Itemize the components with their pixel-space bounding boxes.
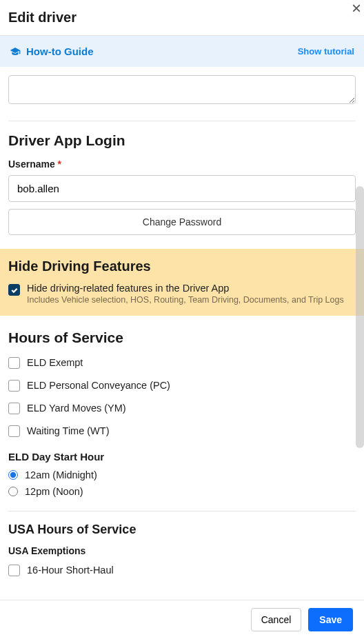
eld-pc-row: ELD Personal Conveyance (PC) [8,378,356,392]
short-haul-checkbox[interactable] [8,565,20,576]
username-label-text: Username [8,159,55,170]
radio-12am[interactable] [8,470,18,480]
eld-exempt-label: ELD Exempt [27,357,83,368]
hide-features-row: Hide driving-related features in the Dri… [8,283,356,305]
close-icon[interactable]: × [352,0,361,17]
show-tutorial-link[interactable]: Show tutorial [298,46,354,57]
short-haul-label: 16-Hour Short-Haul [27,565,114,576]
radio-12am-label: 12am (Midnight) [25,469,97,480]
hide-features-label: Hide driving-related features in the Dri… [27,283,344,294]
eld-ym-checkbox[interactable] [8,403,20,414]
eld-pc-label: ELD Personal Conveyance (PC) [27,380,170,391]
divider [8,511,356,511]
notes-textarea[interactable] [8,75,356,104]
hos-options-list: ELD Exempt ELD Personal Conveyance (PC) … [8,356,356,437]
short-haul-row: 16-Hour Short-Haul [8,563,356,576]
divider [8,121,356,121]
hos-section-title: Hours of Service [8,329,356,346]
banner-title: How-to Guide [26,45,94,57]
scrollbar-thumb[interactable] [356,186,364,448]
modal-header: Edit driver × [0,0,364,36]
hide-features-block: Hide Driving Features Hide driving-relat… [0,249,364,316]
form-content: Driver App Login Username * Change Passw… [0,67,364,627]
username-label: Username * [8,159,356,170]
radio-12pm-label: 12pm (Noon) [25,486,83,497]
banner-left: How-to Guide [10,45,94,57]
eld-ym-row: ELD Yard Moves (YM) [8,401,356,414]
hide-features-sublabel: Includes Vehicle selection, HOS, Routing… [27,295,344,305]
usa-options-list: 16-Hour Short-Haul [8,563,356,576]
hide-features-checkbox[interactable] [8,284,20,296]
usa-exemptions-label: USA Exemptions [8,545,356,556]
usa-section-title: USA Hours of Service [8,523,356,537]
eld-exempt-checkbox[interactable] [8,357,20,369]
modal-footer: Cancel Save [0,600,364,639]
eld-exempt-row: ELD Exempt [8,356,356,369]
change-password-button[interactable]: Change Password [8,209,356,235]
hide-features-body: Hide driving-related features in the Dri… [27,283,344,305]
cancel-button[interactable]: Cancel [251,608,302,631]
day-start-radio-list: 12am (Midnight) 12pm (Noon) [8,469,356,497]
graduation-cap-icon [10,46,21,57]
day-start-heading: ELD Day Start Hour [8,451,356,463]
radio-12am-row: 12am (Midnight) [8,469,356,480]
page-title: Edit driver [8,10,356,26]
eld-ym-label: ELD Yard Moves (YM) [27,403,126,414]
waiting-time-checkbox[interactable] [8,425,20,437]
eld-pc-checkbox[interactable] [8,380,20,392]
waiting-time-label: Waiting Time (WT) [27,425,110,436]
save-button[interactable]: Save [308,608,353,631]
login-section-title: Driver App Login [8,132,356,149]
username-input[interactable] [8,175,356,202]
waiting-time-row: Waiting Time (WT) [8,424,356,437]
radio-12pm[interactable] [8,487,18,496]
how-to-banner: How-to Guide Show tutorial [0,36,364,67]
radio-12pm-row: 12pm (Noon) [8,486,356,497]
hide-features-title: Hide Driving Features [8,258,356,274]
required-asterisk: * [58,159,61,170]
